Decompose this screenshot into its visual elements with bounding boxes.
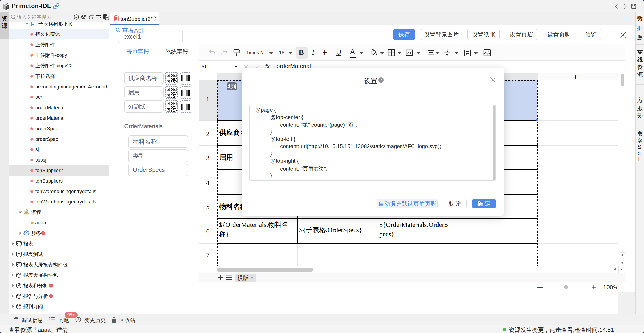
svg-text:AI: AI (75, 16, 78, 18)
svg-text:文: 文 (106, 17, 108, 20)
